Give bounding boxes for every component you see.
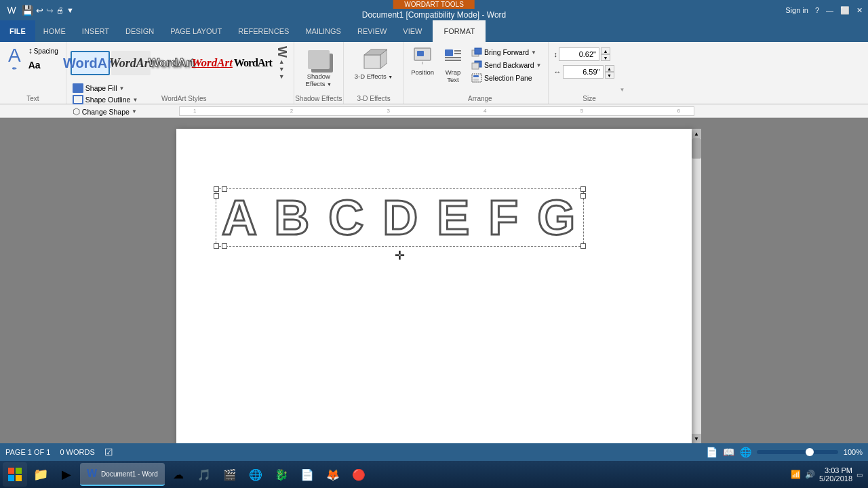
shadow-effects-button[interactable]: ShadowEffects ▼ (301, 45, 336, 89)
change-shape-dropdown[interactable]: ▼ (132, 108, 137, 115)
firefox-button[interactable]: 🦊 (321, 462, 345, 487)
wordart-selection-box: A B C D E F G (216, 188, 584, 247)
view-normal-button[interactable]: 📄 (706, 447, 717, 458)
tab-insert[interactable]: INSERT (74, 20, 117, 42)
wordart-scroll-down[interactable]: ▼ (279, 66, 285, 73)
tab-references[interactable]: REFERENCES (230, 20, 297, 42)
bring-forward-dropdown[interactable]: ▼ (531, 49, 536, 56)
chrome-button[interactable]: 🌐 (243, 462, 268, 487)
shape-fill-dropdown[interactable]: ▼ (119, 85, 125, 92)
vertical-scrollbar[interactable]: ▲ ▼ (692, 129, 701, 443)
wrap-text-button[interactable]: WrapText (439, 45, 467, 85)
wordart-style-2[interactable]: WordArt (111, 51, 151, 75)
wordart-object[interactable]: A B C D E F G ✛ (216, 188, 584, 263)
wordart-style-5[interactable]: WordArt (233, 51, 273, 75)
position-button[interactable]: Position (408, 45, 437, 85)
height-down-button[interactable]: ▼ (601, 54, 610, 61)
send-backward-button[interactable]: Send Backward ▼ (469, 59, 543, 71)
app12-button[interactable]: 🔴 (347, 462, 371, 487)
wordart-scroll-up[interactable]: ▲ (279, 58, 285, 65)
words-indicator: 0 WORDS (60, 448, 94, 456)
redo-button[interactable]: ↪ (46, 5, 54, 16)
aa-button[interactable]: Aa (26, 58, 60, 72)
spacing-button[interactable]: ↕ Spacing (26, 45, 60, 57)
shadow-dropdown-arrow[interactable]: ▼ (327, 82, 332, 87)
tab-view[interactable]: VIEW (395, 20, 430, 42)
edit-text-button[interactable]: A ✏ (5, 45, 24, 73)
scroll-down-button[interactable]: ▼ (692, 434, 701, 443)
close-button[interactable]: ✕ (856, 6, 863, 15)
qat-more-button[interactable]: ▼ (66, 6, 74, 14)
network-icon[interactable]: 📶 (791, 470, 801, 479)
handle-mr[interactable] (580, 193, 586, 199)
width-up-button[interactable]: ▲ (605, 65, 614, 72)
width-down-button[interactable]: ▼ (605, 72, 614, 79)
handle-tm[interactable] (222, 186, 227, 192)
restore-button[interactable]: ⬜ (840, 6, 850, 15)
media-player-button[interactable]: ▶ (54, 462, 79, 487)
file-explorer-button[interactable]: 📁 (28, 462, 53, 487)
onedrive-button[interactable]: ☁ (166, 462, 191, 487)
tab-review[interactable]: REVIEW (349, 20, 395, 42)
word-taskbar-button[interactable]: W Document1 - Word (80, 463, 165, 486)
tab-file[interactable]: FILE (0, 20, 35, 42)
threed-dropdown-arrow[interactable]: ▼ (388, 75, 393, 79)
handle-bm[interactable] (222, 243, 227, 249)
spacing-icon: ↕ (28, 46, 33, 56)
width-spinner: ▲ ▼ (605, 65, 614, 79)
print-preview-button[interactable]: 🖨 (56, 6, 64, 14)
tab-home[interactable]: HOME (35, 20, 74, 42)
handle-bl[interactable] (214, 243, 219, 249)
ribbon-expand-button[interactable]: ▼ (620, 87, 625, 93)
zoom-slider[interactable] (757, 450, 838, 454)
bring-forward-button[interactable]: Bring Forward ▼ (469, 46, 543, 58)
selection-pane-button[interactable]: Selection Pane (469, 72, 543, 84)
wordart-style-3[interactable]: WordArt (152, 51, 191, 75)
wordart-style-4[interactable]: WordArt (193, 51, 232, 75)
pdf-button[interactable]: 📄 (295, 462, 319, 487)
wordart-style-1[interactable]: WordArt (71, 51, 110, 75)
onedrive-icon: ☁ (173, 468, 184, 481)
app9-button[interactable]: 🐉 (269, 462, 294, 487)
save-button[interactable]: 💾 (22, 5, 33, 16)
start-button[interactable] (3, 462, 27, 487)
tab-design[interactable]: DESIGN (117, 20, 162, 42)
windows-logo (7, 467, 22, 482)
handle-tl[interactable] (214, 186, 219, 192)
height-up-button[interactable]: ▲ (601, 47, 610, 54)
volume-icon[interactable]: 🔊 (805, 470, 815, 479)
scroll-thumb[interactable] (692, 138, 701, 159)
vlc-button[interactable]: 🎵 (192, 462, 216, 487)
view-reading-button[interactable]: 📖 (723, 447, 734, 458)
sign-in-link[interactable]: Sign in (785, 6, 808, 14)
proofing-icon[interactable]: ☑ (104, 447, 113, 458)
handle-br[interactable] (580, 243, 586, 249)
shape-fill-button[interactable]: Shape Fill ▼ (71, 83, 290, 94)
tab-page-layout[interactable]: PAGE LAYOUT (162, 20, 230, 42)
handle-tr[interactable] (580, 186, 586, 192)
tab-format[interactable]: FORMAT (433, 20, 486, 42)
video-app-button[interactable]: 🎬 (218, 462, 242, 487)
width-input[interactable] (563, 65, 604, 79)
show-desktop-button[interactable]: ▭ (856, 471, 863, 479)
wordart-tools-label: WORDART TOOLS (393, 0, 475, 9)
ribbon-group-shadow-effects: ShadowEffects ▼ Shadow Effects (294, 42, 344, 104)
shadow-effects-content: ShadowEffects ▼ (301, 45, 336, 89)
edit-icon-label: ✏ (12, 66, 17, 72)
handle-ml[interactable] (214, 193, 219, 199)
height-input[interactable] (559, 47, 599, 61)
title-area: WORDART TOOLS Document1 [Compatibility M… (362, 0, 507, 20)
wordart-vertical-text[interactable]: W (275, 46, 289, 58)
undo-button[interactable]: ↩ (36, 5, 43, 16)
threed-effects-button[interactable]: 3-D Effects ▼ (351, 45, 397, 82)
wordart-styles-scroll: W ▲ ▼ ▼ (274, 45, 290, 81)
scroll-up-button[interactable]: ▲ (692, 129, 701, 138)
send-backward-dropdown[interactable]: ▼ (536, 62, 542, 68)
clock[interactable]: 3:03 PM 5/20/2018 (819, 466, 852, 483)
minimize-button[interactable]: — (826, 6, 833, 14)
tab-mailings[interactable]: MAILINGS (297, 20, 349, 42)
view-web-button[interactable]: 🌐 (740, 447, 751, 458)
wordart-more-button[interactable]: ▼ (279, 73, 285, 80)
threed-icon-container (360, 47, 387, 73)
help-button[interactable]: ? (815, 6, 819, 14)
